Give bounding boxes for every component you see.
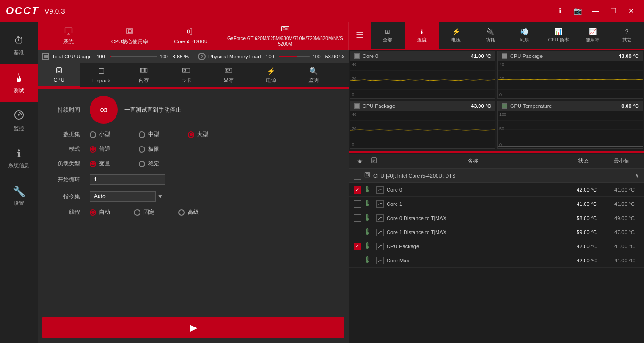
row-checkbox-1[interactable] (354, 200, 361, 208)
chart-core0-header: Core 0 41.00 °C (350, 51, 495, 61)
mode-normal[interactable]: 普通 (90, 145, 110, 153)
chart-gputemp-body: 100 50 0 (498, 111, 643, 148)
svg-rect-44 (366, 174, 369, 176)
right-tab-fan[interactable]: 💨 风扇 (507, 22, 542, 49)
table-row: Core 1 41.00 °C 41.00 °C (349, 197, 644, 211)
maximize-button[interactable]: ❐ (606, 4, 620, 18)
load-stable[interactable]: 稳定 (139, 160, 159, 168)
right-tab-power-label: 功耗 (486, 37, 495, 43)
sub-tab-linpack[interactable]: Linpack (80, 63, 123, 87)
svg-point-46 (366, 190, 369, 192)
thread-auto[interactable]: 自动 (90, 208, 110, 216)
dataset-medium[interactable]: 中型 (139, 131, 159, 139)
instruction-input[interactable] (90, 191, 156, 202)
row-checkbox-4[interactable]: ✓ (354, 243, 361, 250)
minimize-button[interactable]: — (588, 4, 603, 18)
row-chart-icon-2[interactable] (376, 214, 384, 222)
row-checkbox-2[interactable] (354, 214, 361, 222)
thread-fixed[interactable]: 固定 (134, 208, 155, 216)
row-checkbox-5[interactable] (354, 257, 361, 264)
main-layout: ⏱ 基准 测试 监控 ℹ 系统信息 🔧 设置 (0, 22, 644, 343)
row-temp-icon-2 (364, 213, 373, 222)
row-chart-icon-5[interactable] (376, 257, 384, 264)
row-checkbox-0[interactable]: ✓ (354, 186, 361, 194)
dataset-options: 小型 中型 大型 (90, 131, 208, 139)
chart-core0-dot (354, 53, 360, 59)
th-status: 状态 (565, 157, 603, 164)
right-tab-menu[interactable]: ☰ (349, 22, 371, 49)
sub-tab-power[interactable]: ⚡ 电源 (250, 63, 292, 87)
right-tab-voltage[interactable]: ⚡ 电压 (439, 22, 473, 49)
fan-icon: 💨 (520, 28, 528, 35)
row-chart-icon-3[interactable] (376, 229, 384, 236)
sub-tab-monitor[interactable]: 🔍 监测 (292, 63, 335, 87)
memory-icon (140, 66, 148, 75)
dataset-large[interactable]: 大型 (188, 131, 208, 139)
thread-advanced[interactable]: 高级 (178, 208, 199, 216)
row-chart-icon-0[interactable] (376, 186, 384, 194)
load-variable[interactable]: 变量 (90, 160, 110, 168)
sidebar-label-settings: 设置 (14, 200, 24, 207)
svg-rect-6 (128, 30, 131, 33)
start-cycle-input[interactable]: 1 (90, 174, 165, 185)
row-checkbox-3[interactable] (354, 229, 361, 236)
cpu-usage-track (110, 56, 157, 57)
row-min-2: 49.00 °C (602, 215, 639, 221)
core-icon (187, 27, 195, 38)
sub-tab-memory[interactable]: 内存 (123, 63, 165, 87)
sidebar-item-settings[interactable]: 🔧 设置 (0, 177, 38, 215)
instruction-dropdown-icon[interactable]: ▼ (157, 193, 163, 200)
dataset-small[interactable]: 小型 (90, 131, 110, 139)
red-separator (349, 151, 644, 153)
start-cycle-label: 开始循环 (47, 176, 80, 184)
sidebar-item-test[interactable]: 测试 (0, 64, 38, 102)
table-row: Core 0 Distance to TjMAX 58.00 °C 49.00 … (349, 211, 644, 225)
start-cycle-row: 开始循环 1 (47, 174, 339, 185)
mode-extreme[interactable]: 极限 (139, 145, 159, 153)
right-tab-other[interactable]: ? 其它 (610, 22, 644, 49)
start-button[interactable]: ▶ (42, 317, 344, 338)
sidebar-item-benchmark[interactable]: ⏱ 基准 (0, 26, 38, 64)
svg-rect-5 (127, 28, 132, 34)
section-expand-icon[interactable]: ∧ (635, 172, 639, 180)
info-button[interactable]: ℹ (553, 4, 567, 18)
right-tab-voltage-label: 电压 (451, 37, 461, 43)
chart-core0-title: Core 0 (363, 53, 471, 59)
instruction-label: 指令集 (47, 193, 80, 201)
right-tab-usage[interactable]: 📈 使用率 (576, 22, 610, 49)
close-button[interactable]: ✕ (624, 4, 638, 18)
top-tabs: 系统 CPU核心使用率 Core i5-4200U GeForce GT 620… (38, 22, 349, 50)
section-cpu-icon (364, 172, 371, 180)
cpu-usage-bar-start: 100 (96, 54, 105, 59)
cpufreq-icon: 📊 (554, 28, 562, 35)
right-tab-power[interactable]: 🔌 功耗 (473, 22, 508, 49)
row-chart-icon-1[interactable] (376, 200, 384, 208)
th-icon (367, 157, 381, 165)
sub-tab-cpu[interactable]: CPU (38, 63, 80, 87)
tab-system[interactable]: 系统 (38, 22, 99, 50)
tab-core[interactable]: Core i5-4200U (160, 22, 222, 50)
sub-tab-vram[interactable]: 显存 (207, 63, 250, 87)
camera-button[interactable]: 📷 (570, 4, 585, 18)
tab-cpu-usage[interactable]: CPU核心使用率 (99, 22, 160, 50)
thread-fixed-radio (134, 209, 140, 216)
sidebar-item-sysinfo[interactable]: ℹ 系统信息 (0, 139, 38, 177)
sidebar-item-monitor[interactable]: 监控 (0, 102, 38, 139)
row-min-0: 41.00 °C (602, 187, 639, 193)
right-tab-cpufreq[interactable]: 📊 CPU 频率 (542, 22, 576, 49)
svg-rect-2 (65, 28, 72, 33)
chart-row-2: CPU Package 43.00 °C 40 20 0 (349, 100, 644, 150)
svg-point-58 (366, 246, 369, 249)
tab-gpu[interactable]: GeForce GT 620M/625M/630M/710M/720M/820M… (222, 22, 349, 50)
svg-rect-43 (365, 172, 369, 177)
svg-rect-15 (99, 68, 104, 74)
row-temp-icon-5 (364, 256, 373, 265)
right-tab-all[interactable]: ⊞ 全部 (371, 22, 405, 49)
row-chart-icon-4[interactable] (376, 243, 384, 250)
section-checkbox[interactable] (354, 172, 361, 180)
right-tab-temp[interactable]: 🌡 温度 (405, 22, 439, 49)
mem-help-icon[interactable]: ? (198, 53, 206, 60)
sub-tab-gpu-card[interactable]: 显卡 (165, 63, 207, 87)
infinity-button[interactable]: ∞ (90, 96, 118, 124)
sub-tabs: CPU Linpack 内存 显卡 (38, 63, 349, 89)
